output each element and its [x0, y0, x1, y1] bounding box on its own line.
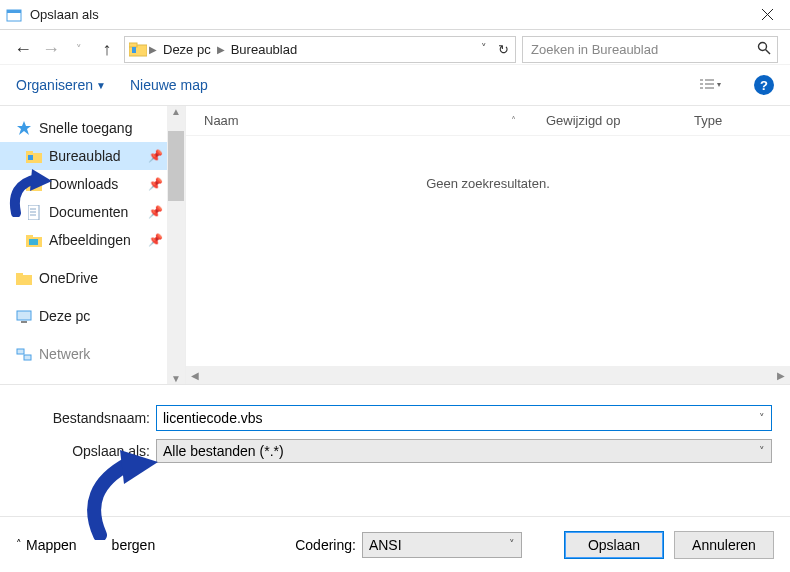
- crumb-thispc[interactable]: Deze pc: [157, 42, 217, 57]
- sidebar-item-downloads[interactable]: Downloads 📌: [0, 170, 185, 198]
- svg-rect-28: [26, 235, 33, 239]
- sidebar-item-pictures[interactable]: Afbeeldingen 📌: [0, 226, 185, 254]
- pictures-icon: [26, 232, 42, 248]
- navbar: ← → ˅ ↑ ▶ Deze pc ▶ Bureaublad ˅ ↻ Zoeke…: [0, 30, 790, 64]
- svg-rect-31: [16, 273, 23, 277]
- sidebar-item-quickaccess[interactable]: Snelle toegang: [0, 114, 185, 142]
- sidebar: Snelle toegang Bureaublad 📌 Downloads 📌 …: [0, 106, 186, 384]
- pin-icon: 📌: [148, 205, 163, 219]
- chevron-down-icon[interactable]: ˅: [759, 412, 765, 425]
- svg-rect-6: [132, 47, 136, 53]
- chevron-down-icon[interactable]: ˅: [481, 42, 487, 57]
- document-icon: [26, 204, 42, 220]
- file-list: Naam˄ Gewijzigd op Type Geen zoekresulta…: [186, 106, 790, 384]
- scroll-right-icon[interactable]: ▶: [772, 370, 790, 381]
- close-button[interactable]: [744, 0, 790, 30]
- sort-indicator: ˄: [511, 115, 516, 126]
- horizontal-scrollbar[interactable]: ◀ ▶: [186, 366, 790, 384]
- network-icon: [16, 346, 32, 362]
- svg-rect-34: [17, 349, 24, 354]
- scroll-left-icon[interactable]: ◀: [186, 370, 204, 381]
- svg-rect-1: [7, 10, 21, 13]
- filename-input[interactable]: licentiecode.vbs ˅: [156, 405, 772, 431]
- body: Snelle toegang Bureaublad 📌 Downloads 📌 …: [0, 106, 790, 384]
- footer: ˄ Mappen bergen Codering: ANSI ˅ Opslaan…: [0, 516, 790, 572]
- form-area: Bestandsnaam: licentiecode.vbs ˅ Opslaan…: [0, 384, 790, 479]
- svg-marker-15: [717, 83, 721, 87]
- folder-icon: [26, 176, 42, 192]
- sidebar-item-documents[interactable]: Documenten 📌: [0, 198, 185, 226]
- saveas-label: Opslaan als:: [18, 443, 156, 459]
- folder-icon: [26, 148, 42, 164]
- encoding-combo[interactable]: ANSI ˅: [362, 532, 522, 558]
- sidebar-item-desktop[interactable]: Bureaublad 📌: [0, 142, 185, 170]
- app-icon: [6, 7, 22, 23]
- svg-rect-19: [28, 155, 33, 160]
- chevron-icon[interactable]: ▶: [149, 44, 157, 55]
- search-icon[interactable]: [757, 41, 771, 58]
- column-modified[interactable]: Gewijzigd op: [528, 113, 676, 128]
- back-button[interactable]: ←: [12, 38, 34, 60]
- svg-marker-16: [17, 121, 31, 135]
- svg-point-7: [759, 42, 767, 50]
- scrollbar-thumb[interactable]: [168, 131, 184, 201]
- search-input[interactable]: Zoeken in Bureaublad: [522, 36, 778, 63]
- hide-folders-toggle[interactable]: ˄ Mappen bergen: [16, 537, 155, 553]
- filename-label: Bestandsnaam:: [18, 410, 156, 426]
- recent-dropdown[interactable]: ˅: [68, 38, 90, 60]
- pc-icon: [16, 308, 32, 324]
- svg-line-8: [766, 49, 771, 54]
- svg-rect-35: [24, 355, 31, 360]
- chevron-down-icon[interactable]: ˅: [509, 538, 515, 551]
- encoding-label: Codering:: [295, 537, 356, 553]
- titlebar: Opslaan als: [0, 0, 790, 30]
- folder-icon: [16, 270, 32, 286]
- crumb-desktop[interactable]: Bureaublad: [225, 42, 304, 57]
- column-type[interactable]: Type: [676, 113, 790, 128]
- toolbar: Organiseren▼ Nieuwe map ?: [0, 64, 790, 106]
- help-button[interactable]: ?: [754, 75, 774, 95]
- breadcrumb[interactable]: ▶ Deze pc ▶ Bureaublad ˅ ↻: [124, 36, 516, 63]
- pin-icon: 📌: [148, 177, 163, 191]
- pin-icon: 📌: [148, 149, 163, 163]
- svg-rect-33: [21, 321, 27, 323]
- sidebar-scrollbar[interactable]: ▲ ▼: [167, 106, 185, 384]
- chevron-down-icon[interactable]: ˅: [759, 445, 765, 458]
- folder-icon: [127, 38, 149, 60]
- up-button[interactable]: ↑: [96, 38, 118, 60]
- star-icon: [16, 120, 32, 136]
- sidebar-item-network[interactable]: Netwerk: [0, 340, 185, 368]
- sidebar-item-onedrive[interactable]: OneDrive: [0, 264, 185, 292]
- refresh-icon[interactable]: ↻: [498, 42, 509, 57]
- pin-icon: 📌: [148, 233, 163, 247]
- saveas-combo[interactable]: Alle bestanden (*.*) ˅: [156, 439, 772, 463]
- column-name[interactable]: Naam˄: [186, 113, 528, 128]
- column-headers: Naam˄ Gewijzigd op Type: [186, 106, 790, 136]
- svg-rect-18: [26, 151, 33, 155]
- new-folder-button[interactable]: Nieuwe map: [130, 77, 208, 93]
- save-button[interactable]: Opslaan: [564, 531, 664, 559]
- svg-rect-21: [26, 179, 33, 183]
- search-placeholder: Zoeken in Bureaublad: [531, 42, 658, 57]
- svg-rect-32: [17, 311, 31, 320]
- sidebar-item-thispc[interactable]: Deze pc: [0, 302, 185, 330]
- chevron-icon[interactable]: ▶: [217, 44, 225, 55]
- view-options-button[interactable]: [690, 73, 730, 97]
- cancel-button[interactable]: Annuleren: [674, 531, 774, 559]
- svg-rect-5: [129, 43, 137, 47]
- empty-message: Geen zoekresultaten.: [186, 176, 790, 191]
- svg-rect-29: [29, 239, 38, 245]
- chevron-up-icon: ˄: [16, 538, 22, 551]
- organize-menu[interactable]: Organiseren▼: [16, 77, 106, 93]
- window-title: Opslaan als: [30, 7, 744, 22]
- forward-button: →: [40, 38, 62, 60]
